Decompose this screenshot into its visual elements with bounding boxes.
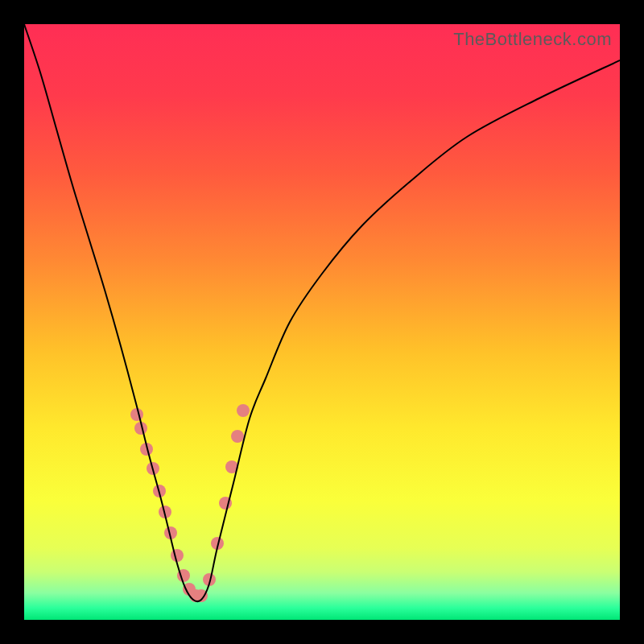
chart-overlay (24, 24, 620, 620)
scatter-points (130, 404, 250, 602)
scatter-dot (171, 549, 184, 562)
scatter-dot (237, 404, 250, 417)
scatter-dot (231, 430, 244, 443)
chart-frame: TheBottleneck.com (0, 0, 644, 644)
scatter-dot (130, 408, 143, 421)
bottleneck-curve (24, 24, 620, 601)
plot-area: TheBottleneck.com (24, 24, 620, 620)
